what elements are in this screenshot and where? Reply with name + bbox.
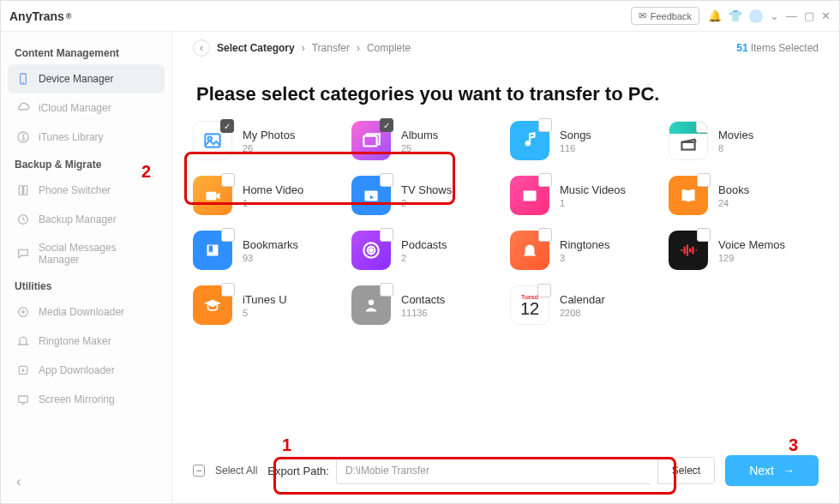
svg-rect-3 (19, 186, 22, 195)
check-icon: ✓ (380, 118, 393, 132)
chevron-right-icon: › (357, 42, 360, 54)
bell-icon[interactable]: 🔔 (708, 9, 722, 22)
cat-count: 116 (560, 143, 591, 153)
sidebar-collapse[interactable]: ‹ (8, 469, 165, 495)
maximize-icon[interactable]: ▢ (804, 9, 814, 22)
crumb-step-2: Transfer (312, 42, 350, 54)
svg-rect-8 (19, 396, 28, 402)
music-note-icon (16, 130, 30, 144)
minimize-icon[interactable]: — (786, 9, 797, 22)
cat-count: 25 (401, 143, 438, 153)
svg-point-21 (369, 300, 375, 306)
svg-rect-13 (681, 142, 694, 150)
contact-icon (360, 294, 382, 316)
nav-label: App Downloader (39, 364, 115, 376)
select-path-button[interactable]: Select (657, 457, 715, 484)
cat-name: My Photos (243, 129, 295, 141)
albums-icon (360, 129, 382, 152)
footer-bar: − Select All Export Path: Select Next→ (193, 452, 819, 489)
sidebar-section-content: Content Management (8, 42, 165, 64)
cat-name: Home Video (243, 183, 303, 196)
breadcrumb: ‹ Select Category › Transfer › Complete … (193, 32, 819, 64)
brand-text: AnyTrans (9, 9, 64, 23)
sidebar-item-icloud[interactable]: iCloud Manager (8, 93, 165, 123)
cat-bookmarks[interactable]: Bookmarks93 (193, 231, 343, 270)
tv-icon (360, 184, 382, 207)
cat-name: iTunes U (243, 293, 287, 306)
check-icon (697, 228, 711, 242)
cat-calendar[interactable]: Tuesd12Calendar2208 (510, 285, 660, 325)
shirt-icon[interactable]: 👕 (729, 9, 742, 22)
cat-name: Voice Memos (718, 238, 785, 251)
sidebar-item-social[interactable]: Social Messages Manager (8, 234, 165, 273)
sidebar-item-ringtone[interactable]: Ringtone Maker (8, 327, 165, 356)
cat-name: Books (718, 183, 749, 196)
cat-itunes-u[interactable]: iTunes U5 (193, 285, 343, 325)
next-button[interactable]: Next→ (725, 455, 819, 486)
nav-label: Ringtone Maker (39, 335, 111, 347)
nav-label: Device Manager (39, 73, 113, 85)
avatar-icon[interactable] (749, 9, 763, 23)
crumb-step-3: Complete (367, 42, 411, 54)
music-video-icon (519, 184, 541, 207)
svg-rect-10 (205, 134, 219, 147)
mirror-icon (16, 393, 30, 406)
cat-count: 1 (243, 198, 303, 208)
crumb-step-1[interactable]: Select Category (217, 42, 295, 54)
sidebar-section-util: Utilities (8, 275, 165, 297)
svg-point-20 (369, 249, 372, 251)
grad-cap-icon (201, 294, 224, 316)
brand-reg: ® (66, 12, 72, 21)
arrow-right-icon: → (783, 464, 795, 477)
cat-contacts[interactable]: Contacts11136 (351, 285, 501, 325)
cat-count: 2208 (560, 308, 605, 318)
sidebar-item-backup-manager[interactable]: Backup Manager (8, 205, 165, 234)
feedback-button[interactable]: ✉ Feedback (631, 7, 699, 25)
cat-home-video[interactable]: Home Video1 (193, 176, 343, 215)
photo-icon (201, 129, 224, 152)
cat-voice-memos[interactable]: Voice Memos129 (669, 231, 819, 270)
clapper-icon (677, 132, 699, 154)
sidebar-item-mirror[interactable]: Screen Mirroring (8, 385, 165, 414)
cat-books[interactable]: Books24 (669, 176, 819, 215)
close-icon[interactable]: ✕ (821, 9, 831, 22)
export-path-input[interactable] (336, 457, 651, 484)
sidebar-item-itunes[interactable]: iTunes Library (8, 123, 165, 152)
cat-movies[interactable]: Movies8 (669, 121, 819, 160)
cat-count: 2 (401, 253, 447, 263)
sidebar-item-app-dl[interactable]: App Downloader (8, 356, 165, 385)
check-icon (538, 118, 552, 132)
check-icon (538, 173, 552, 187)
cat-ringtones[interactable]: Ringtones3 (510, 231, 660, 270)
select-all-label[interactable]: Select All (215, 465, 257, 477)
export-path-label: Export Path: (267, 465, 329, 477)
chat-icon (16, 247, 30, 261)
nav-label: Social Messages Manager (39, 242, 156, 266)
select-all-checkbox[interactable]: − (193, 465, 205, 477)
cal-num: 12 (520, 300, 539, 317)
chevron-down-icon[interactable]: ⌄ (770, 9, 779, 22)
svg-rect-14 (206, 192, 216, 201)
music-icon (519, 129, 541, 152)
cat-name: Movies (718, 129, 753, 141)
check-icon (221, 173, 235, 187)
cat-podcasts[interactable]: Podcasts2 (351, 231, 501, 270)
titlebar: AnyTrans® ✉ Feedback 🔔 👕 ⌄ — ▢ ✕ (1, 1, 839, 32)
cat-count: 8 (718, 143, 753, 153)
cat-albums[interactable]: ✓Albums25 (351, 121, 501, 160)
cat-songs[interactable]: Songs116 (510, 121, 660, 160)
svg-rect-15 (364, 191, 377, 201)
sidebar-item-phone-switcher[interactable]: Phone Switcher (8, 176, 165, 205)
sidebar-item-device-manager[interactable]: Device Manager (8, 64, 165, 93)
check-icon (538, 228, 552, 242)
cat-count: 1 (560, 198, 626, 208)
cat-tv-shows[interactable]: TV Shows2 (351, 176, 501, 215)
cat-count: 5 (243, 308, 287, 318)
sidebar-item-media-dl[interactable]: Media Downloader (8, 297, 165, 327)
cat-music-videos[interactable]: Music Videos1 (510, 176, 660, 215)
check-icon (221, 283, 235, 297)
cat-my-photos[interactable]: ✓My Photos26 (193, 121, 343, 160)
cat-name: Podcasts (401, 238, 447, 251)
breadcrumb-back[interactable]: ‹ (193, 39, 210, 57)
items-selected: 51Items Selected (736, 42, 819, 54)
